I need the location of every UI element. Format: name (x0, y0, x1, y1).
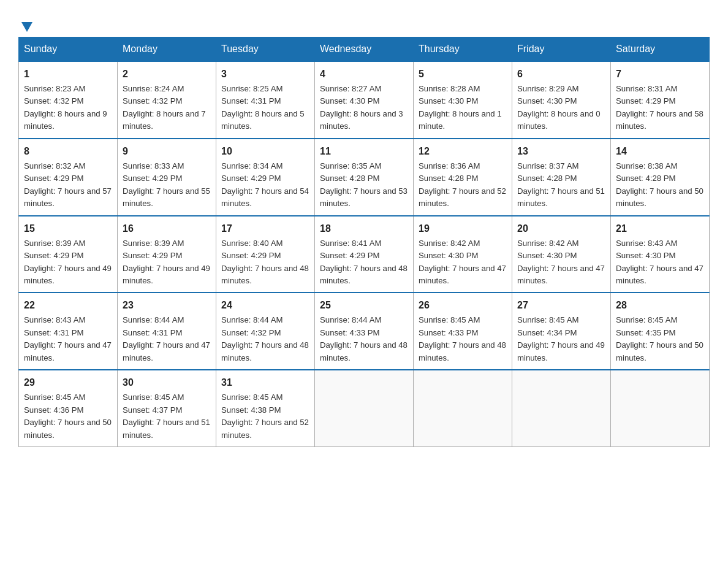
week-row-2: 8Sunrise: 8:32 AMSunset: 4:29 PMDaylight… (19, 139, 710, 216)
day-number: 17 (221, 221, 309, 236)
calendar-table: SundayMondayTuesdayWednesdayThursdayFrid… (18, 37, 710, 447)
day-info: Sunrise: 8:45 AMSunset: 4:35 PMDaylight:… (616, 315, 703, 362)
day-info: Sunrise: 8:45 AMSunset: 4:33 PMDaylight:… (419, 315, 506, 362)
day-number: 5 (419, 67, 507, 82)
day-info: Sunrise: 8:37 AMSunset: 4:28 PMDaylight:… (517, 161, 605, 208)
day-info: Sunrise: 8:43 AMSunset: 4:30 PMDaylight:… (616, 239, 703, 285)
day-info: Sunrise: 8:28 AMSunset: 4:30 PMDaylight:… (419, 84, 502, 131)
day-number: 11 (320, 144, 408, 159)
calendar-cell: 24Sunrise: 8:44 AMSunset: 4:32 PMDayligh… (216, 293, 315, 370)
day-info: Sunrise: 8:24 AMSunset: 4:32 PMDaylight:… (123, 84, 206, 131)
calendar-cell: 13Sunrise: 8:37 AMSunset: 4:28 PMDayligh… (512, 139, 611, 216)
day-info: Sunrise: 8:25 AMSunset: 4:31 PMDaylight:… (221, 84, 305, 131)
calendar-cell: 9Sunrise: 8:33 AMSunset: 4:29 PMDaylight… (118, 139, 216, 216)
day-info: Sunrise: 8:41 AMSunset: 4:29 PMDaylight:… (320, 239, 408, 285)
day-number: 6 (517, 67, 605, 82)
weekday-header-sunday: Sunday (19, 37, 118, 62)
calendar-cell: 3Sunrise: 8:25 AMSunset: 4:31 PMDaylight… (216, 61, 315, 139)
day-number: 4 (320, 67, 408, 82)
day-number: 2 (123, 67, 211, 82)
day-number: 13 (517, 144, 605, 159)
calendar-cell: 30Sunrise: 8:45 AMSunset: 4:37 PMDayligh… (118, 370, 216, 446)
calendar-cell: 20Sunrise: 8:42 AMSunset: 4:30 PMDayligh… (512, 216, 611, 293)
calendar-cell: 19Sunrise: 8:42 AMSunset: 4:30 PMDayligh… (414, 216, 512, 293)
calendar-cell: 4Sunrise: 8:27 AMSunset: 4:30 PMDaylight… (315, 61, 414, 139)
calendar-cell: 1Sunrise: 8:23 AMSunset: 4:32 PMDaylight… (19, 61, 118, 139)
day-info: Sunrise: 8:33 AMSunset: 4:29 PMDaylight:… (123, 161, 210, 208)
day-info: Sunrise: 8:34 AMSunset: 4:29 PMDaylight:… (221, 161, 309, 208)
calendar-cell: 26Sunrise: 8:45 AMSunset: 4:33 PMDayligh… (414, 293, 512, 370)
day-info: Sunrise: 8:39 AMSunset: 4:29 PMDaylight:… (123, 239, 210, 285)
day-number: 14 (616, 144, 704, 159)
day-info: Sunrise: 8:23 AMSunset: 4:32 PMDaylight:… (24, 84, 107, 131)
day-number: 3 (221, 67, 309, 82)
day-number: 25 (320, 298, 408, 313)
day-number: 24 (221, 298, 309, 313)
calendar-cell: 22Sunrise: 8:43 AMSunset: 4:31 PMDayligh… (19, 293, 118, 370)
day-info: Sunrise: 8:45 AMSunset: 4:36 PMDaylight:… (24, 393, 112, 439)
day-number: 18 (320, 221, 408, 236)
logo-triangle-icon (20, 20, 34, 33)
day-info: Sunrise: 8:45 AMSunset: 4:34 PMDaylight:… (517, 315, 605, 362)
calendar-cell: 25Sunrise: 8:44 AMSunset: 4:33 PMDayligh… (315, 293, 414, 370)
day-number: 31 (221, 375, 309, 390)
day-info: Sunrise: 8:42 AMSunset: 4:30 PMDaylight:… (517, 239, 605, 285)
day-number: 7 (616, 67, 704, 82)
day-number: 15 (24, 221, 112, 236)
day-info: Sunrise: 8:35 AMSunset: 4:28 PMDaylight:… (320, 161, 408, 208)
day-info: Sunrise: 8:45 AMSunset: 4:38 PMDaylight:… (221, 393, 309, 439)
day-number: 27 (517, 298, 605, 313)
day-info: Sunrise: 8:38 AMSunset: 4:28 PMDaylight:… (616, 161, 703, 208)
week-row-3: 15Sunrise: 8:39 AMSunset: 4:29 PMDayligh… (19, 216, 710, 293)
day-number: 10 (221, 144, 309, 159)
day-number: 20 (517, 221, 605, 236)
week-row-4: 22Sunrise: 8:43 AMSunset: 4:31 PMDayligh… (19, 293, 710, 370)
calendar-cell: 15Sunrise: 8:39 AMSunset: 4:29 PMDayligh… (19, 216, 118, 293)
calendar-cell: 23Sunrise: 8:44 AMSunset: 4:31 PMDayligh… (118, 293, 216, 370)
logo (18, 18, 34, 31)
calendar-cell: 31Sunrise: 8:45 AMSunset: 4:38 PMDayligh… (216, 370, 315, 446)
calendar-cell (611, 370, 710, 446)
page-header (18, 12, 710, 31)
calendar-cell: 29Sunrise: 8:45 AMSunset: 4:36 PMDayligh… (19, 370, 118, 446)
calendar-cell: 27Sunrise: 8:45 AMSunset: 4:34 PMDayligh… (512, 293, 611, 370)
calendar-cell: 5Sunrise: 8:28 AMSunset: 4:30 PMDaylight… (414, 61, 512, 139)
calendar-cell: 16Sunrise: 8:39 AMSunset: 4:29 PMDayligh… (118, 216, 216, 293)
day-number: 9 (123, 144, 211, 159)
week-row-1: 1Sunrise: 8:23 AMSunset: 4:32 PMDaylight… (19, 61, 710, 139)
day-number: 16 (123, 221, 211, 236)
day-info: Sunrise: 8:40 AMSunset: 4:29 PMDaylight:… (221, 239, 309, 285)
calendar-cell: 6Sunrise: 8:29 AMSunset: 4:30 PMDaylight… (512, 61, 611, 139)
week-row-5: 29Sunrise: 8:45 AMSunset: 4:36 PMDayligh… (19, 370, 710, 446)
day-info: Sunrise: 8:45 AMSunset: 4:37 PMDaylight:… (123, 393, 210, 439)
calendar-cell: 18Sunrise: 8:41 AMSunset: 4:29 PMDayligh… (315, 216, 414, 293)
calendar-cell: 17Sunrise: 8:40 AMSunset: 4:29 PMDayligh… (216, 216, 315, 293)
day-number: 30 (123, 375, 211, 390)
weekday-header-friday: Friday (512, 37, 611, 62)
calendar-cell: 12Sunrise: 8:36 AMSunset: 4:28 PMDayligh… (414, 139, 512, 216)
day-info: Sunrise: 8:44 AMSunset: 4:31 PMDaylight:… (123, 315, 210, 362)
day-number: 22 (24, 298, 112, 313)
calendar-cell (315, 370, 414, 446)
day-info: Sunrise: 8:44 AMSunset: 4:33 PMDaylight:… (320, 315, 408, 362)
day-info: Sunrise: 8:29 AMSunset: 4:30 PMDaylight:… (517, 84, 601, 131)
calendar-cell (414, 370, 512, 446)
day-info: Sunrise: 8:42 AMSunset: 4:30 PMDaylight:… (419, 239, 506, 285)
day-info: Sunrise: 8:44 AMSunset: 4:32 PMDaylight:… (221, 315, 309, 362)
day-info: Sunrise: 8:39 AMSunset: 4:29 PMDaylight:… (24, 239, 112, 285)
calendar-cell: 11Sunrise: 8:35 AMSunset: 4:28 PMDayligh… (315, 139, 414, 216)
day-number: 21 (616, 221, 704, 236)
calendar-cell: 21Sunrise: 8:43 AMSunset: 4:30 PMDayligh… (611, 216, 710, 293)
calendar-cell: 10Sunrise: 8:34 AMSunset: 4:29 PMDayligh… (216, 139, 315, 216)
day-number: 28 (616, 298, 704, 313)
day-number: 1 (24, 67, 112, 82)
weekday-header-monday: Monday (118, 37, 216, 62)
day-info: Sunrise: 8:36 AMSunset: 4:28 PMDaylight:… (419, 161, 506, 208)
day-number: 8 (24, 144, 112, 159)
day-number: 23 (123, 298, 211, 313)
calendar-cell: 2Sunrise: 8:24 AMSunset: 4:32 PMDaylight… (118, 61, 216, 139)
day-number: 12 (419, 144, 507, 159)
calendar-cell: 28Sunrise: 8:45 AMSunset: 4:35 PMDayligh… (611, 293, 710, 370)
calendar-cell: 7Sunrise: 8:31 AMSunset: 4:29 PMDaylight… (611, 61, 710, 139)
day-info: Sunrise: 8:32 AMSunset: 4:29 PMDaylight:… (24, 161, 112, 208)
